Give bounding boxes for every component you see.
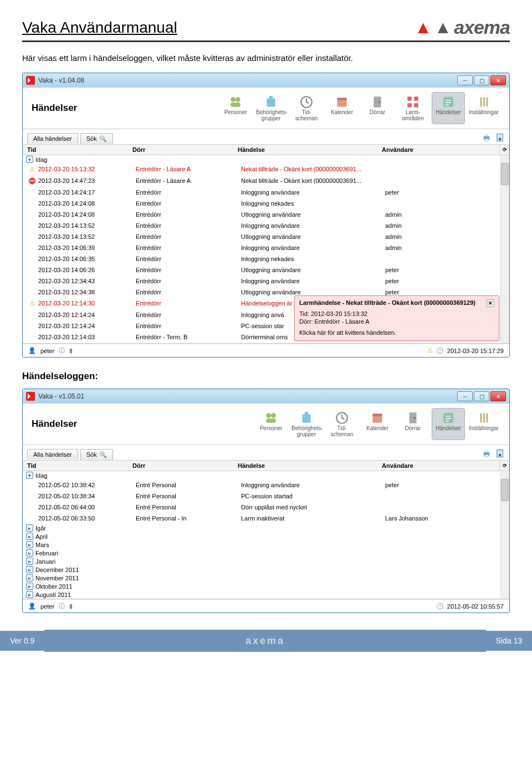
table-row[interactable]: 2012-03-20 14:24:08EntrédörrInloggning n… <box>23 198 509 209</box>
expand-icon[interactable]: ▸ <box>26 533 33 540</box>
refresh-icon[interactable]: ⟳ <box>499 145 509 155</box>
popup-action[interactable]: Klicka här för att kvittera händelsen. <box>299 329 494 336</box>
table-row[interactable]: 2012-03-20 14:24:17EntrédörrInloggning a… <box>23 187 509 198</box>
collapse-icon[interactable]: ▾ <box>26 472 33 479</box>
table-row[interactable]: ⚠2012-03-20 15:13:32Entrédörr - Läsare A… <box>23 164 509 175</box>
table-row[interactable]: 2012-05-02 10:38:34Entré PersonalPC-sess… <box>23 491 509 502</box>
info-icon[interactable]: ⓘ <box>59 602 65 610</box>
close-button[interactable]: ✕ <box>490 391 506 401</box>
nav-beh-righets-grupper[interactable]: Behörighets-grupper <box>290 408 323 440</box>
alarm-popup[interactable]: Larmhändelse - Nekat tillträde - Okänt k… <box>294 295 499 341</box>
scrollbar[interactable] <box>500 155 509 343</box>
titlebar[interactable]: Vaka - v1.05.01 ─ ▢ ✕ <box>23 389 509 404</box>
col-anv[interactable]: Användare <box>377 145 499 155</box>
col-anv[interactable]: Användare <box>377 461 499 471</box>
group-label: April <box>35 533 48 540</box>
expand-icon[interactable]: ▸ <box>26 549 33 557</box>
info-icon[interactable]: ⓘ <box>59 346 65 355</box>
table-row[interactable]: 2012-03-20 12:34:43EntrédörrInloggning a… <box>23 275 509 287</box>
popup-close-icon[interactable]: ✕ <box>487 299 494 307</box>
minimize-button[interactable]: ─ <box>457 391 473 401</box>
scroll-thumb[interactable] <box>501 479 509 501</box>
row-status-icon: ⛔ <box>28 177 36 185</box>
col-handelse[interactable]: Händelse <box>233 461 377 471</box>
nav-h-ndelser[interactable]: Händelser <box>432 92 465 124</box>
nav-tid-scheman[interactable]: Tid-scheman <box>290 92 323 124</box>
nav-inst-llningar[interactable]: Inställningar <box>467 408 500 440</box>
group-row[interactable]: ▸Augusti 2011 <box>23 590 509 599</box>
group-row[interactable]: ▸Oktober 2011 <box>23 582 509 590</box>
table-row[interactable]: 2012-03-20 14:24:08EntrédörrUtloggning a… <box>23 209 509 220</box>
tab-search[interactable]: Sök 🔍 <box>80 449 113 460</box>
maximize-button[interactable]: ▢ <box>474 75 489 85</box>
table-row[interactable]: 2012-03-20 14:06:35EntrédörrInloggning n… <box>23 253 509 264</box>
col-handelse[interactable]: Händelse <box>233 145 377 155</box>
col-dorr[interactable]: Dörr <box>128 461 233 471</box>
group-label: Idag <box>35 472 47 479</box>
group-row[interactable]: ▸November 2011 <box>23 574 509 582</box>
nav-kalender[interactable]: Kalender <box>361 408 394 440</box>
group-row[interactable]: ▸December 2011 <box>23 565 509 574</box>
group-row[interactable]: ▸April <box>23 532 509 540</box>
tab-all-events[interactable]: Alla händelser <box>27 133 78 144</box>
col-tid[interactable]: Tid <box>23 145 128 155</box>
nav-personer[interactable]: Personer <box>219 92 252 124</box>
table-row[interactable]: 2012-03-20 12:14:03Entrédörr - Term. ADö… <box>23 343 509 344</box>
nav-tid-scheman[interactable]: Tid-scheman <box>325 408 359 440</box>
table-row[interactable]: 2012-05-02 06:33:50Entré Personal - InLa… <box>23 513 509 524</box>
nav-personer[interactable]: Personer <box>254 408 288 440</box>
svg-rect-32 <box>486 413 488 422</box>
refresh-icon[interactable]: ⟳ <box>499 461 509 471</box>
minimize-button[interactable]: ─ <box>457 75 473 85</box>
maximize-button[interactable]: ▢ <box>474 391 489 401</box>
export-icon[interactable] <box>495 132 505 142</box>
app-window-1: Vaka - v1.04.08 ─ ▢ ✕ Händelser Personer… <box>22 73 510 358</box>
nav-label: Dörrar <box>362 109 392 115</box>
nav-h-ndelser[interactable]: Händelser <box>432 408 465 440</box>
export-icon[interactable] <box>495 448 505 458</box>
device-icon[interactable]: ▮ <box>69 603 73 610</box>
collapse-icon[interactable]: ▾ <box>26 156 33 163</box>
group-row[interactable]: ▸Februari <box>23 549 509 557</box>
nav-beh-righets-grupper[interactable]: Behörighets-grupper <box>254 92 288 124</box>
table-row[interactable]: 2012-03-20 14:06:26EntrédörrUtloggning a… <box>23 264 509 275</box>
print-icon[interactable] <box>482 132 492 142</box>
expand-icon[interactable]: ▸ <box>26 566 33 573</box>
tab-search[interactable]: Sök 🔍 <box>80 133 113 144</box>
titlebar[interactable]: Vaka - v1.04.08 ─ ▢ ✕ <box>23 73 509 88</box>
table-row[interactable]: 2012-03-20 14:13:52EntrédörrInloggning a… <box>23 220 509 231</box>
warning-icon[interactable]: ⚠ <box>427 347 433 354</box>
col-dorr[interactable]: Dörr <box>128 145 233 155</box>
group-row-today[interactable]: ▾ Idag <box>23 155 509 164</box>
table-row[interactable]: 2012-05-02 06:44:00Entré PersonalDörr up… <box>23 502 509 513</box>
expand-icon[interactable]: ▸ <box>26 541 33 548</box>
scrollbar[interactable] <box>500 471 509 599</box>
nav-label: Inställningar <box>469 109 499 115</box>
expand-icon[interactable]: ▸ <box>26 591 33 598</box>
nav-kalender[interactable]: Kalender <box>325 92 359 124</box>
group-row[interactable]: ▸Januari <box>23 557 509 565</box>
group-row[interactable]: ▸Igår <box>23 524 509 532</box>
group-row[interactable]: ▸Mars <box>23 540 509 549</box>
nav-icon <box>362 411 392 425</box>
scroll-thumb[interactable] <box>501 163 509 185</box>
expand-icon[interactable]: ▸ <box>26 574 33 581</box>
table-row[interactable]: ⛔2012-03-20 14:47:23Entrédörr - Läsare A… <box>23 175 509 187</box>
nav-inst-llningar[interactable]: Inställningar <box>467 92 500 124</box>
nav-larm-omr-den[interactable]: Larm-områden <box>396 92 429 124</box>
expand-icon[interactable]: ▸ <box>26 583 33 590</box>
table-row[interactable]: 2012-03-20 14:06:39EntrédörrInloggning a… <box>23 242 509 253</box>
expand-icon[interactable]: ▸ <box>26 558 33 565</box>
nav-d-rrar[interactable]: Dörrar <box>396 408 429 440</box>
table-row[interactable]: 2012-05-02 10:38:42Entré PersonalInloggn… <box>23 479 509 491</box>
col-tid[interactable]: Tid <box>23 461 128 471</box>
nav-label: Kalender <box>327 109 357 115</box>
group-row-today[interactable]: ▾ Idag <box>23 471 509 479</box>
expand-icon[interactable]: ▸ <box>26 524 33 532</box>
device-icon[interactable]: ▮ <box>69 347 73 354</box>
tab-all-events[interactable]: Alla händelser <box>27 449 78 460</box>
nav-d-rrar[interactable]: Dörrar <box>361 92 394 124</box>
close-button[interactable]: ✕ <box>490 75 506 85</box>
print-icon[interactable] <box>482 448 492 458</box>
table-row[interactable]: 2012-03-20 14:13:52EntrédörrUtloggning a… <box>23 231 509 242</box>
